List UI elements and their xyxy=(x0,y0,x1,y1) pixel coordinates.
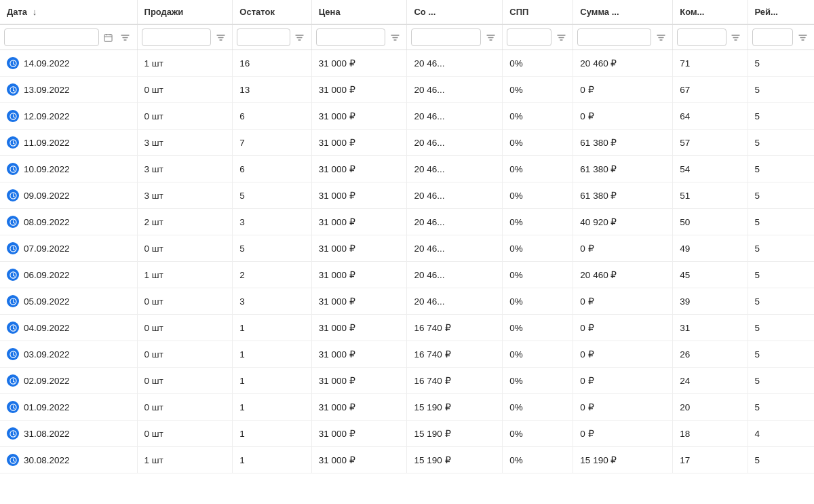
cell-summa-14: 0 ₽ xyxy=(573,421,673,447)
cell-sales-8: 1 шт xyxy=(137,262,233,288)
cell-sales-14: 0 шт xyxy=(137,421,233,447)
table-row: 11.09.2022 3 шт731 000 ₽20 46...0%61 380… xyxy=(0,130,814,156)
svg-line-21 xyxy=(13,195,14,196)
col-header-rey[interactable]: Рей... xyxy=(748,0,814,24)
cell-stock-3: 7 xyxy=(233,130,311,156)
cell-kom-14: 18 xyxy=(673,421,748,447)
cell-stock-1: 13 xyxy=(233,77,311,103)
cell-spp-9: 0% xyxy=(503,288,573,315)
cell-summa-7: 0 ₽ xyxy=(573,235,673,262)
clock-icon xyxy=(7,57,19,69)
cell-date-0: 14.09.2022 xyxy=(0,50,137,77)
clock-icon xyxy=(7,216,19,228)
filter-input-kom[interactable] xyxy=(677,28,726,46)
filter-icon-stock[interactable] xyxy=(292,30,307,45)
clock-icon xyxy=(7,322,19,334)
col-header-sales[interactable]: Продажи xyxy=(137,0,233,24)
sort-icon-date[interactable]: ↓ xyxy=(33,7,37,17)
clock-icon xyxy=(7,83,19,96)
cell-rey-11: 5 xyxy=(748,341,814,368)
svg-line-39 xyxy=(13,354,14,355)
main-table-wrapper: Дата ↓ Продажи Остаток Цена Со ... СПП xyxy=(0,0,814,473)
col-header-stock[interactable]: Остаток xyxy=(233,0,311,24)
cell-summa-2: 0 ₽ xyxy=(573,103,673,130)
cell-rey-9: 5 xyxy=(748,288,814,315)
filter-input-spp[interactable] xyxy=(507,28,551,46)
cell-summa-3: 61 380 ₽ xyxy=(573,130,673,156)
col-header-kom[interactable]: Ком... xyxy=(673,0,748,24)
date-value: 11.09.2022 xyxy=(24,138,70,148)
cell-rey-0: 5 xyxy=(748,50,814,77)
cell-rey-12: 5 xyxy=(748,368,814,394)
col-header-summa[interactable]: Сумма ... xyxy=(573,0,673,24)
date-value: 03.09.2022 xyxy=(24,349,70,360)
cell-rey-6: 5 xyxy=(748,209,814,235)
clock-icon xyxy=(7,136,19,149)
svg-line-42 xyxy=(13,381,14,381)
cell-price-0: 31 000 ₽ xyxy=(311,50,407,77)
clock-icon xyxy=(7,242,19,254)
filter-icon-co[interactable] xyxy=(483,30,498,45)
filter-icon-rey[interactable] xyxy=(795,30,810,45)
cell-summa-4: 61 380 ₽ xyxy=(573,156,673,182)
date-value: 02.09.2022 xyxy=(24,376,70,386)
table-row: 31.08.2022 0 шт131 000 ₽15 190 ₽0%0 ₽184 xyxy=(0,421,814,447)
cell-rey-8: 5 xyxy=(748,262,814,288)
filter-input-price[interactable] xyxy=(316,28,386,46)
cell-rey-1: 5 xyxy=(748,77,814,103)
cell-date-15: 30.08.2022 xyxy=(0,447,137,473)
filter-icon-date[interactable] xyxy=(118,30,133,45)
filter-cell-rey xyxy=(748,24,814,50)
cell-price-8: 31 000 ₽ xyxy=(311,262,407,288)
cell-co-8: 20 46... xyxy=(407,262,503,288)
filter-icon-summa[interactable] xyxy=(653,30,668,45)
svg-line-33 xyxy=(13,301,14,302)
cell-rey-14: 4 xyxy=(748,421,814,447)
cell-sales-7: 0 шт xyxy=(137,235,233,262)
filter-cell-summa xyxy=(573,24,673,50)
cell-summa-5: 61 380 ₽ xyxy=(573,182,673,209)
filter-icon-spp[interactable] xyxy=(554,30,568,45)
filter-icon-price[interactable] xyxy=(387,30,402,45)
cell-sales-9: 0 шт xyxy=(137,288,233,315)
filter-input-rey[interactable] xyxy=(752,28,794,46)
cell-sales-1: 0 шт xyxy=(137,77,233,103)
cell-summa-8: 20 460 ₽ xyxy=(573,262,673,288)
cell-stock-11: 1 xyxy=(233,341,311,368)
svg-line-15 xyxy=(13,142,14,143)
clock-icon xyxy=(7,427,19,440)
cell-summa-1: 0 ₽ xyxy=(573,77,673,103)
filter-icon-sales[interactable] xyxy=(213,30,228,45)
date-value: 07.09.2022 xyxy=(24,244,70,254)
col-label-kom: Ком... xyxy=(680,7,704,17)
cell-sales-15: 1 шт xyxy=(137,447,233,473)
cell-stock-6: 3 xyxy=(233,209,311,235)
cell-spp-7: 0% xyxy=(503,235,573,262)
cell-co-6: 20 46... xyxy=(407,209,503,235)
filter-cell-co xyxy=(407,24,503,50)
cell-co-9: 20 46... xyxy=(407,288,503,315)
cell-spp-4: 0% xyxy=(503,156,573,182)
col-header-date[interactable]: Дата ↓ xyxy=(0,0,137,24)
cell-price-10: 31 000 ₽ xyxy=(311,315,407,341)
cell-kom-13: 20 xyxy=(673,394,748,421)
cell-date-9: 05.09.2022 xyxy=(0,288,137,315)
cell-rey-5: 5 xyxy=(748,182,814,209)
filter-icon-kom[interactable] xyxy=(729,30,743,45)
calendar-icon-date[interactable] xyxy=(101,30,116,45)
filter-input-summa[interactable] xyxy=(577,28,651,46)
cell-kom-5: 51 xyxy=(673,182,748,209)
filter-cell-date xyxy=(0,24,137,50)
col-header-spp[interactable]: СПП xyxy=(503,0,573,24)
col-header-co[interactable]: Со ... xyxy=(407,0,503,24)
filter-input-co[interactable] xyxy=(411,28,481,46)
cell-price-14: 31 000 ₽ xyxy=(311,421,407,447)
filter-input-sales[interactable] xyxy=(142,28,212,46)
cell-price-5: 31 000 ₽ xyxy=(311,182,407,209)
cell-price-7: 31 000 ₽ xyxy=(311,235,407,262)
filter-input-stock[interactable] xyxy=(237,28,290,46)
cell-price-3: 31 000 ₽ xyxy=(311,130,407,156)
col-header-price[interactable]: Цена xyxy=(311,0,407,24)
filter-input-date[interactable] xyxy=(4,28,99,46)
cell-rey-10: 5 xyxy=(748,315,814,341)
